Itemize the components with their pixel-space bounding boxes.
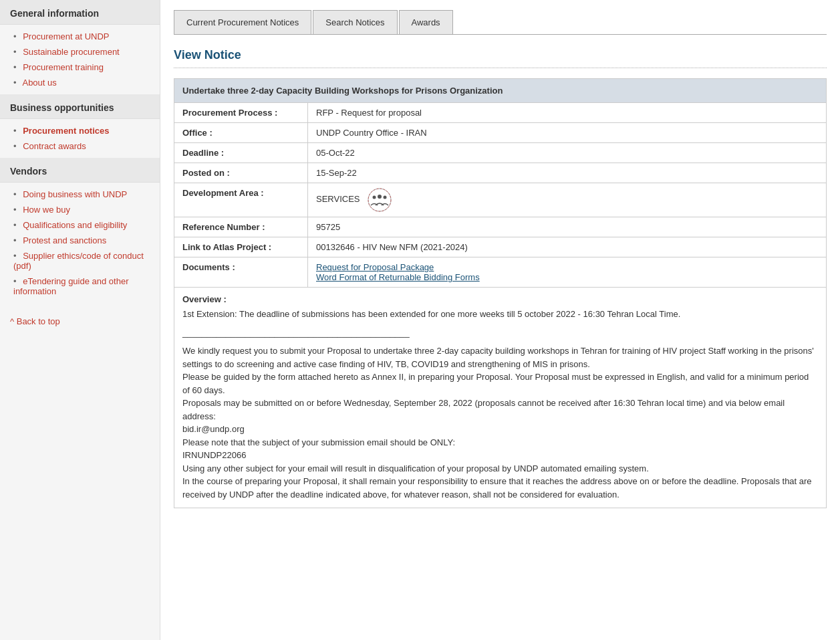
table-row: Link to Atlas Project : 00132646 - HIV N… xyxy=(174,237,827,257)
field-value-development-area: SERVICES xyxy=(308,183,827,217)
table-row: Documents : Request for Proposal Package… xyxy=(174,257,827,288)
svg-point-2 xyxy=(373,196,376,199)
notice-title-header: Undertake three 2-day Capacity Building … xyxy=(174,78,827,102)
main-content: Current Procurement Notices Search Notic… xyxy=(160,0,840,640)
sidebar-item-sustainable-procurement[interactable]: Sustainable procurement xyxy=(0,44,160,60)
sidebar-item-about-us[interactable]: About us xyxy=(0,75,160,90)
sidebar-business-nav: Procurement notices Contract awards xyxy=(0,119,160,158)
field-value-office: UNDP Country Office - IRAN xyxy=(308,123,827,143)
field-label-deadline: Deadline : xyxy=(174,143,308,163)
field-value-reference-number: 95725 xyxy=(308,217,827,237)
svg-point-3 xyxy=(384,196,387,199)
sidebar-item-protest[interactable]: Protest and sanctions xyxy=(0,233,160,248)
services-icon xyxy=(368,188,392,212)
sidebar-link-supplier-ethics[interactable]: Supplier ethics/code of conduct (pdf) xyxy=(13,251,144,271)
field-label-procurement-process: Procurement Process : xyxy=(174,103,308,123)
sidebar-link-etendering[interactable]: eTendering guide and other information xyxy=(13,276,128,296)
sidebar-link-contract-awards[interactable]: Contract awards xyxy=(23,141,86,151)
field-value-documents: Request for Proposal Package Word Format… xyxy=(308,257,827,288)
sidebar-vendors-title: Vendors xyxy=(0,158,160,183)
back-to-top-link[interactable]: ^ Back to top xyxy=(10,316,60,326)
sidebar-link-about-us[interactable]: About us xyxy=(22,78,56,88)
field-label-atlas-project: Link to Atlas Project : xyxy=(174,237,308,257)
sidebar: General information Procurement at UNDP … xyxy=(0,0,160,640)
table-row: Deadline : 05-Oct-22 xyxy=(174,143,827,163)
table-row: Reference Number : 95725 xyxy=(174,217,827,237)
document-link-word-format[interactable]: Word Format of Returnable Bidding Forms xyxy=(316,272,480,282)
field-label-documents: Documents : xyxy=(174,257,308,288)
field-label-development-area: Development Area : xyxy=(174,183,308,217)
sidebar-item-supplier-ethics[interactable]: Supplier ethics/code of conduct (pdf) xyxy=(0,248,160,274)
sidebar-item-doing-business[interactable]: Doing business with UNDP xyxy=(0,187,160,202)
sidebar-section-general: General information Procurement at UNDP … xyxy=(0,0,160,94)
caret-up-icon: ^ xyxy=(10,316,17,326)
field-value-atlas-project: 00132646 - HIV New NFM (2021-2024) xyxy=(308,237,827,257)
sidebar-vendors-nav: Doing business with UNDP How we buy Qual… xyxy=(0,183,160,303)
overview-section: Overview : 1st Extension: The deadline o… xyxy=(174,288,827,508)
sidebar-section-business: Business opportunities Procurement notic… xyxy=(0,94,160,158)
sidebar-link-qualifications[interactable]: Qualifications and eligibility xyxy=(23,220,127,230)
sidebar-section-vendors: Vendors Doing business with UNDP How we … xyxy=(0,158,160,303)
notice-fields-table: Procurement Process : RFP - Request for … xyxy=(174,102,827,288)
sidebar-item-how-we-buy[interactable]: How we buy xyxy=(0,202,160,217)
tab-bar: Current Procurement Notices Search Notic… xyxy=(174,10,827,35)
sidebar-link-procurement-training[interactable]: Procurement training xyxy=(23,62,104,72)
table-row: Posted on : 15-Sep-22 xyxy=(174,163,827,183)
sidebar-item-procurement-notices[interactable]: Procurement notices xyxy=(0,123,160,138)
sidebar-link-doing-business[interactable]: Doing business with UNDP xyxy=(23,189,127,199)
sidebar-business-title: Business opportunities xyxy=(0,94,160,119)
sidebar-general-title: General information xyxy=(0,0,160,25)
sidebar-item-etendering[interactable]: eTendering guide and other information xyxy=(0,274,160,299)
document-link-rfp[interactable]: Request for Proposal Package xyxy=(316,262,434,272)
tab-current-procurement-notices[interactable]: Current Procurement Notices xyxy=(174,10,311,34)
view-notice-title: View Notice xyxy=(174,48,827,68)
field-label-posted-on: Posted on : xyxy=(174,163,308,183)
table-row: Development Area : SERVICES xyxy=(174,183,827,217)
sidebar-item-procurement-at-undp[interactable]: Procurement at UNDP xyxy=(0,29,160,44)
field-label-office: Office : xyxy=(174,123,308,143)
back-to-top-container: ^ Back to top xyxy=(0,303,160,340)
field-value-posted-on: 15-Sep-22 xyxy=(308,163,827,183)
sidebar-general-nav: Procurement at UNDP Sustainable procurem… xyxy=(0,25,160,94)
sidebar-item-procurement-training[interactable]: Procurement training xyxy=(0,60,160,75)
sidebar-link-procurement-at-undp[interactable]: Procurement at UNDP xyxy=(23,31,109,41)
sidebar-item-qualifications[interactable]: Qualifications and eligibility xyxy=(0,217,160,233)
tab-awards[interactable]: Awards xyxy=(399,10,453,34)
field-value-procurement-process: RFP - Request for proposal xyxy=(308,103,827,123)
sidebar-link-procurement-notices[interactable]: Procurement notices xyxy=(23,126,109,136)
sidebar-link-protest[interactable]: Protest and sanctions xyxy=(23,235,106,245)
field-value-deadline: 05-Oct-22 xyxy=(308,143,827,163)
table-row: Procurement Process : RFP - Request for … xyxy=(174,103,827,123)
sidebar-item-contract-awards[interactable]: Contract awards xyxy=(0,138,160,154)
sidebar-link-how-we-buy[interactable]: How we buy xyxy=(23,205,70,215)
overview-text: 1st Extension: The deadline of submissio… xyxy=(182,308,818,501)
sidebar-link-sustainable-procurement[interactable]: Sustainable procurement xyxy=(23,47,120,57)
field-label-reference-number: Reference Number : xyxy=(174,217,308,237)
tab-search-notices[interactable]: Search Notices xyxy=(313,10,397,34)
notice-container: Undertake three 2-day Capacity Building … xyxy=(174,78,827,508)
svg-point-1 xyxy=(378,195,382,199)
table-row: Office : UNDP Country Office - IRAN xyxy=(174,123,827,143)
overview-label: Overview : xyxy=(182,294,818,304)
